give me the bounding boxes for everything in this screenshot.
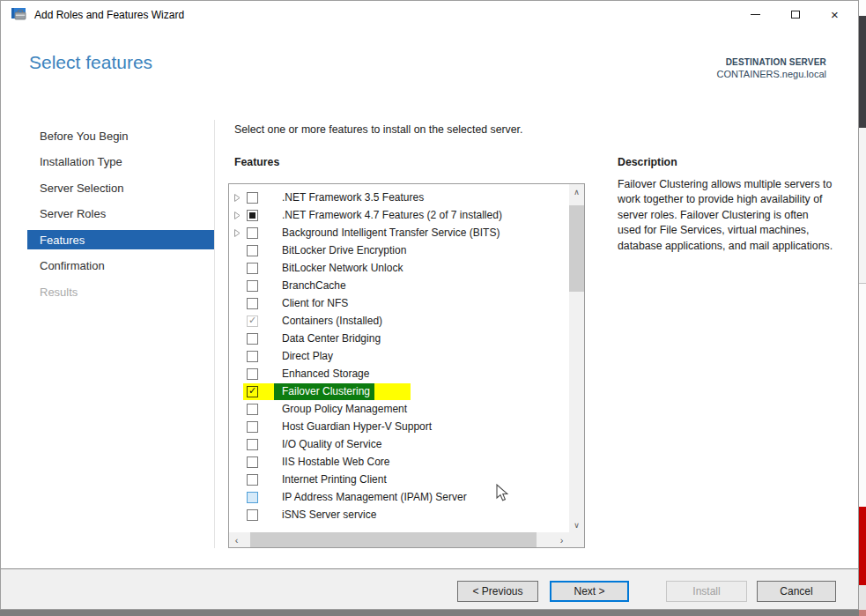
check-icon: ✓ bbox=[248, 315, 256, 325]
feature-label: Data Center Bridging bbox=[282, 332, 381, 345]
feature-checkbox-unchecked[interactable] bbox=[247, 280, 258, 292]
cancel-button[interactable]: Cancel bbox=[757, 581, 836, 602]
destination-server-name: CONTAINERS.negu.local bbox=[716, 69, 826, 79]
feature-checkbox-checked-disabled[interactable]: ✓ bbox=[247, 315, 258, 327]
feature-row[interactable]: Host Guardian Hyper-V Support bbox=[229, 418, 569, 435]
feature-row[interactable]: Background Intelligent Transfer Service … bbox=[229, 224, 569, 241]
feature-row[interactable]: Group Policy Management bbox=[229, 400, 569, 418]
page-title: Select features bbox=[29, 52, 152, 73]
scroll-down-icon[interactable]: ∨ bbox=[569, 517, 584, 532]
window-title: Add Roles and Features Wizard bbox=[34, 9, 184, 21]
feature-label: IP Address Management (IPAM) Server bbox=[282, 491, 467, 503]
feature-label: Background Intelligent Transfer Service … bbox=[282, 226, 500, 239]
close-button[interactable]: × bbox=[815, 1, 855, 28]
minimize-icon bbox=[751, 14, 760, 15]
arrow-spacer bbox=[234, 294, 247, 312]
arrow-spacer bbox=[234, 330, 247, 347]
feature-checkbox-unchecked[interactable] bbox=[247, 439, 258, 450]
feature-label: Group Policy Management bbox=[282, 403, 407, 415]
feature-row[interactable]: Direct Play bbox=[229, 347, 569, 365]
feature-checkbox-unchecked[interactable] bbox=[247, 368, 258, 380]
sidebar-item-results: Results bbox=[27, 282, 215, 301]
vertical-scrollbar-thumb[interactable] bbox=[569, 205, 584, 292]
arrow-spacer bbox=[234, 435, 247, 453]
feature-row[interactable]: Enhanced Storage bbox=[229, 365, 569, 382]
feature-checkbox-unchecked[interactable] bbox=[247, 263, 258, 274]
feature-label: I/O Quality of Service bbox=[282, 438, 381, 450]
horizontal-scrollbar[interactable]: ‹ › bbox=[229, 532, 569, 547]
feature-row[interactable]: I/O Quality of Service bbox=[229, 435, 569, 453]
maximize-icon bbox=[791, 11, 800, 19]
feature-row[interactable]: .NET Framework 4.7 Features (2 of 7 inst… bbox=[229, 206, 569, 224]
sidebar-item-server-roles[interactable]: Server Roles bbox=[27, 204, 215, 224]
sidebar-item-installation-type[interactable]: Installation Type bbox=[27, 152, 215, 172]
sidebar-divider bbox=[214, 120, 215, 548]
feature-label: BranchCache bbox=[282, 279, 346, 292]
arrow-spacer bbox=[234, 418, 247, 435]
feature-checkbox-unchecked[interactable] bbox=[247, 421, 258, 433]
expand-arrow-icon[interactable] bbox=[234, 224, 247, 241]
horizontal-scrollbar-thumb[interactable] bbox=[250, 532, 537, 547]
feature-checkbox-unchecked[interactable] bbox=[247, 192, 258, 204]
feature-checkbox-unchecked[interactable] bbox=[247, 404, 258, 415]
feature-checkbox-unchecked[interactable] bbox=[247, 456, 258, 468]
feature-checkbox-unchecked[interactable] bbox=[247, 245, 258, 256]
feature-label: Containers (Installed) bbox=[282, 315, 382, 327]
feature-row[interactable]: iSNS Server service bbox=[229, 506, 569, 523]
arrow-spacer bbox=[234, 277, 247, 294]
feature-checkbox-unchecked[interactable] bbox=[247, 474, 258, 486]
feature-row[interactable]: Client for NFS bbox=[229, 294, 569, 312]
bg-strip-segment-red bbox=[859, 507, 866, 585]
feature-row[interactable]: Internet Printing Client bbox=[229, 471, 569, 488]
scroll-left-icon[interactable]: ‹ bbox=[229, 532, 244, 547]
feature-row[interactable]: ✓Containers (Installed) bbox=[229, 312, 569, 330]
feature-row[interactable]: .NET Framework 3.5 Features bbox=[229, 189, 569, 206]
sidebar-item-confirmation[interactable]: Confirmation bbox=[27, 256, 215, 276]
expand-arrow-icon[interactable] bbox=[234, 189, 247, 206]
features-list-label: Features bbox=[234, 156, 279, 168]
feature-row[interactable]: Data Center Bridging bbox=[229, 330, 569, 347]
bg-strip-segment bbox=[859, 585, 866, 610]
feature-checkbox-unchecked[interactable] bbox=[247, 227, 258, 239]
feature-row[interactable]: BranchCache bbox=[229, 277, 569, 294]
feature-label: .NET Framework 4.7 Features (2 of 7 inst… bbox=[282, 209, 502, 221]
sidebar-item-features[interactable]: Features bbox=[27, 230, 215, 249]
arrow-spacer bbox=[234, 347, 247, 365]
expand-arrow-icon[interactable] bbox=[234, 206, 247, 224]
mouse-cursor bbox=[496, 484, 508, 502]
feature-label: Internet Printing Client bbox=[282, 473, 387, 486]
feature-row[interactable]: BitLocker Drive Encryption bbox=[229, 241, 569, 259]
arrow-spacer bbox=[234, 312, 247, 330]
description-title: Description bbox=[618, 156, 677, 168]
feature-row[interactable]: IP Address Management (IPAM) Server bbox=[229, 488, 569, 506]
description-text: Failover Clustering allows multiple serv… bbox=[618, 177, 834, 254]
feature-checkbox-indeterminate[interactable] bbox=[247, 210, 258, 221]
sidebar-item-server-selection[interactable]: Server Selection bbox=[27, 178, 215, 197]
minimize-button[interactable] bbox=[736, 1, 775, 28]
feature-checkbox-unchecked[interactable] bbox=[247, 509, 258, 521]
wizard-window: Add Roles and Features Wizard × Select f… bbox=[0, 0, 859, 610]
feature-label: Enhanced Storage bbox=[282, 367, 369, 380]
next-button[interactable]: Next > bbox=[550, 581, 629, 602]
feature-label: BitLocker Drive Encryption bbox=[282, 244, 406, 256]
scroll-right-icon[interactable]: › bbox=[554, 532, 569, 547]
vertical-scrollbar[interactable]: ∧ ∨ bbox=[569, 184, 584, 532]
feature-checkbox-unchecked[interactable] bbox=[247, 298, 258, 309]
feature-label: Client for NFS bbox=[282, 297, 348, 309]
arrow-spacer bbox=[234, 488, 247, 506]
previous-button[interactable]: < Previous bbox=[457, 581, 538, 602]
feature-checkbox-hover[interactable] bbox=[247, 492, 258, 503]
feature-row[interactable]: BitLocker Network Unlock bbox=[229, 259, 569, 277]
feature-checkbox-unchecked[interactable] bbox=[247, 351, 258, 362]
feature-label: IIS Hostable Web Core bbox=[282, 456, 390, 468]
feature-checkbox-unchecked[interactable] bbox=[247, 333, 258, 345]
scroll-up-icon[interactable]: ∧ bbox=[569, 184, 584, 199]
install-button: Install bbox=[666, 581, 747, 602]
feature-checkbox-checked[interactable]: ✓ bbox=[247, 386, 258, 397]
feature-row[interactable]: ✓Failover Clustering bbox=[229, 382, 569, 400]
feature-row[interactable]: IIS Hostable Web Core bbox=[229, 453, 569, 471]
sidebar-item-before-you-begin[interactable]: Before You Begin bbox=[27, 126, 215, 145]
maximize-button[interactable] bbox=[775, 1, 815, 28]
server-manager-wizard-icon bbox=[10, 7, 27, 22]
feature-label: Failover Clustering bbox=[274, 383, 374, 400]
